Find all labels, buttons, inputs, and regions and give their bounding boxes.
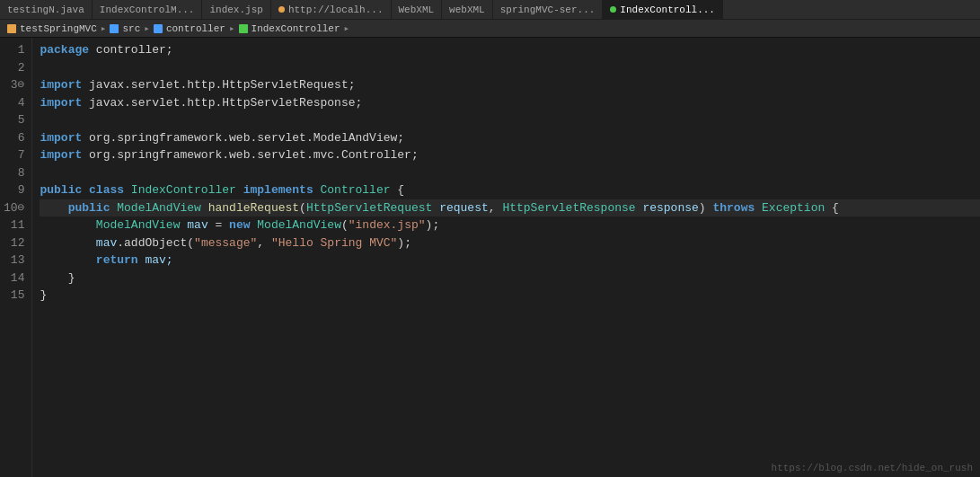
tab-indexcontrolm[interactable]: IndexControlM... bbox=[93, 0, 203, 20]
tab-label: IndexControlM... bbox=[100, 4, 195, 15]
line-num-15: 15 bbox=[4, 287, 24, 305]
code-text: { bbox=[832, 199, 839, 217]
code-line-11: ModelAndView mav = new ModelAndView("ind… bbox=[40, 216, 980, 234]
code-text: ( bbox=[299, 199, 306, 217]
code-text: org.springframework.web.servlet.ModelAnd… bbox=[89, 129, 404, 147]
tab-http[interactable]: http://localh... bbox=[271, 0, 392, 20]
line-num-3: 3⊖ bbox=[4, 76, 24, 94]
line-num-13: 13 bbox=[4, 252, 24, 269]
tab-indexjsp[interactable]: index.jsp bbox=[202, 0, 270, 20]
keyword: implements bbox=[243, 181, 321, 199]
line-num-4: 4 bbox=[4, 94, 24, 112]
line-num-7: 7 bbox=[4, 146, 24, 164]
breadcrumb-controller: controller bbox=[166, 23, 225, 34]
tab-indexcontroller[interactable]: IndexControll... bbox=[603, 0, 723, 20]
code-line-9: public class IndexController implements … bbox=[40, 181, 980, 199]
code-line-5 bbox=[40, 111, 980, 129]
string-literal: "index.jsp" bbox=[349, 216, 426, 234]
code-text bbox=[40, 234, 95, 252]
tab-label: index.jsp bbox=[209, 4, 262, 15]
line-num-1: 1 bbox=[4, 41, 24, 59]
type-name: ModelAndView bbox=[257, 216, 341, 234]
type-name: Controller bbox=[321, 181, 398, 199]
code-text: { bbox=[397, 181, 404, 199]
code-text: javax.servlet.http.HttpServletResponse; bbox=[89, 94, 362, 112]
code-line-6: import org.springframework.web.servlet.M… bbox=[40, 129, 980, 147]
code-text: ) bbox=[699, 199, 713, 217]
breadcrumb-sep: ▸ bbox=[144, 22, 150, 34]
line-num-10: 10⊖ bbox=[4, 199, 24, 217]
string-literal: "message" bbox=[194, 234, 257, 252]
code-line-12: mav.addObject("message", "Hello Spring M… bbox=[40, 234, 980, 252]
code-line-3: import javax.servlet.http.HttpServletReq… bbox=[40, 76, 980, 94]
breadcrumb: testSpringMVC ▸ src ▸ controller ▸ Index… bbox=[0, 20, 980, 38]
keyword: public bbox=[40, 181, 89, 199]
keyword: import bbox=[40, 94, 89, 112]
tab-label: IndexControll... bbox=[620, 4, 715, 15]
tab-testingN[interactable]: testingN.java bbox=[0, 0, 93, 20]
keyword-throws: throws bbox=[712, 199, 762, 217]
keyword: package bbox=[40, 41, 95, 59]
tab-bar: testingN.java IndexControlM... index.jsp… bbox=[0, 0, 980, 20]
var-name: mav bbox=[96, 234, 117, 252]
code-text: controller; bbox=[96, 41, 173, 59]
keyword: return bbox=[96, 252, 146, 269]
breadcrumb-sep: ▸ bbox=[229, 22, 235, 34]
param-name: response bbox=[642, 199, 698, 217]
code-line-10: public ModelAndView handleRequest(HttpSe… bbox=[40, 199, 980, 217]
line-num-8: 8 bbox=[4, 164, 24, 182]
type-name: ModelAndView bbox=[96, 216, 187, 234]
line-numbers: 1 2 3⊖ 4 5 6 7 8 9 10⊖ 11 12 13 14 15 bbox=[0, 38, 32, 477]
code-text: , bbox=[257, 234, 271, 252]
src-icon bbox=[110, 24, 119, 33]
code-text: .addObject( bbox=[117, 234, 194, 252]
tab-label: springMVC-ser... bbox=[500, 4, 596, 15]
code-text: javax.servlet.http.HttpServletRequest; bbox=[89, 76, 355, 94]
keyword: new bbox=[229, 216, 257, 234]
code-text bbox=[40, 199, 67, 217]
breadcrumb-src: src bbox=[122, 23, 140, 34]
type-name: Exception bbox=[762, 199, 832, 217]
code-line-4: import javax.servlet.http.HttpServletRes… bbox=[40, 94, 980, 112]
line-num-5: 5 bbox=[4, 111, 24, 129]
tab-label: testingN.java bbox=[7, 4, 84, 15]
code-line-1: package controller; bbox=[40, 41, 980, 59]
code-text: ( bbox=[341, 216, 349, 234]
code-line-13: return mav; bbox=[40, 252, 980, 269]
type-name: IndexController bbox=[131, 181, 243, 199]
keyword: import bbox=[40, 76, 89, 94]
breadcrumb-sep: ▸ bbox=[344, 22, 350, 34]
code-text: ); bbox=[426, 216, 440, 234]
controller-icon bbox=[154, 24, 163, 33]
type-name: HttpServletResponse bbox=[502, 199, 642, 217]
tab-label: http://localh... bbox=[288, 4, 384, 15]
code-area[interactable]: package controller; import javax.servlet… bbox=[32, 38, 980, 477]
line-num-6: 6 bbox=[4, 129, 24, 147]
code-text: ); bbox=[397, 234, 411, 252]
breadcrumb-sep: ▸ bbox=[101, 22, 107, 34]
code-text bbox=[40, 216, 95, 234]
var-name: mav bbox=[187, 216, 207, 234]
editor-area: 1 2 3⊖ 4 5 6 7 8 9 10⊖ 11 12 13 14 15 pa… bbox=[0, 38, 980, 477]
tab-webxml1[interactable]: WebXML bbox=[392, 0, 443, 20]
code-line-14: } bbox=[40, 269, 980, 287]
keyword: import bbox=[40, 129, 89, 147]
keyword: public bbox=[68, 199, 118, 217]
tab-springmvc[interactable]: springMVC-ser... bbox=[493, 0, 604, 20]
tab-dot-icon bbox=[610, 6, 616, 13]
tab-label: webXML bbox=[449, 4, 485, 15]
line-num-11: 11 bbox=[4, 216, 24, 234]
line-num-14: 14 bbox=[4, 269, 24, 287]
tab-dot-icon bbox=[278, 6, 285, 13]
line-num-2: 2 bbox=[4, 59, 24, 77]
var-name: mav; bbox=[145, 252, 172, 269]
keyword: import bbox=[40, 146, 89, 164]
string-literal: "Hello Spring MVC" bbox=[271, 234, 397, 252]
type-name: HttpServletRequest bbox=[306, 199, 439, 217]
tab-webxml2[interactable]: webXML bbox=[442, 0, 493, 20]
breadcrumb-project: testSpringMVC bbox=[20, 23, 97, 34]
breadcrumb-class: IndexController bbox=[252, 23, 340, 34]
line-num-9: 9 bbox=[4, 181, 24, 199]
tab-label: WebXML bbox=[399, 4, 435, 15]
keyword: class bbox=[89, 181, 131, 199]
